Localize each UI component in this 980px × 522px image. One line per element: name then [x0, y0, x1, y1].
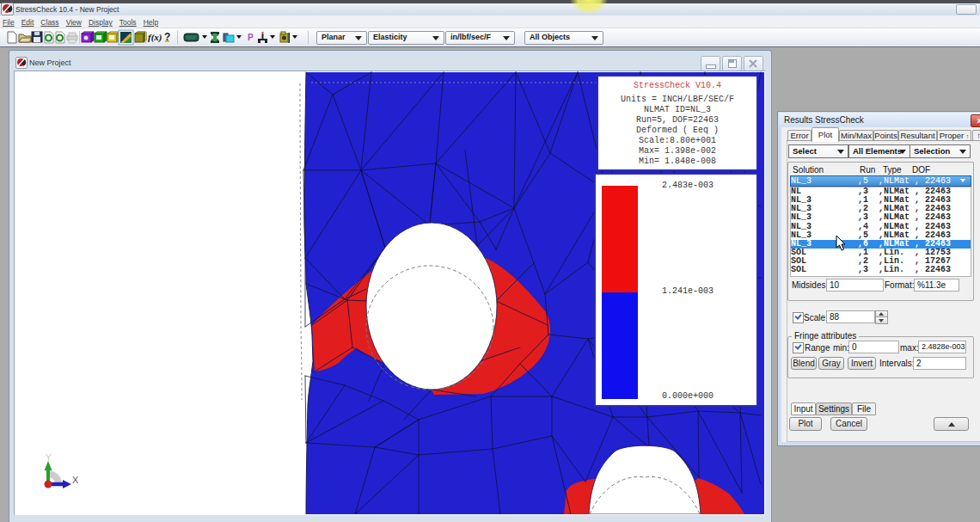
- svg-text:X: X: [72, 475, 79, 485]
- svg-text:Y: Y: [46, 453, 52, 463]
- svg-text:P: P: [248, 33, 254, 42]
- svg-text:f(x): f(x): [148, 32, 162, 43]
